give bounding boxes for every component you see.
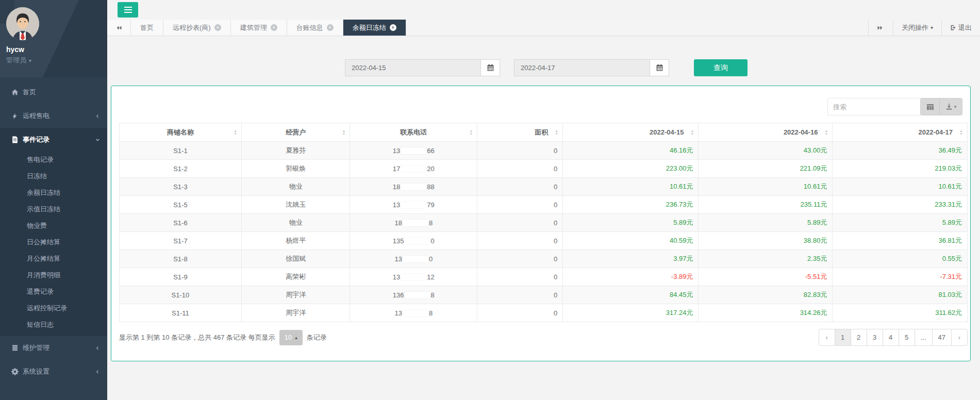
columns-toggle-button[interactable] — [921, 98, 939, 115]
page-prev-button[interactable]: ‹ — [819, 329, 835, 346]
cell-shop: S1-9 — [120, 268, 242, 286]
sidebar-item-system-settings[interactable]: 系统设置‹ — [0, 360, 107, 384]
tab-close-icon[interactable]: × — [390, 24, 396, 31]
cell-shop: S1-1 — [120, 142, 242, 160]
column-header-4[interactable]: 2022-04-15▲▼ — [563, 123, 699, 142]
sidebar-item-remote-sale[interactable]: 远程售电‹ — [0, 104, 107, 128]
start-date-input[interactable] — [345, 59, 480, 76]
cell-shop: S1-3 — [120, 178, 242, 196]
tabs-scroll-right-button[interactable] — [868, 20, 893, 36]
cell-operator: 徐国斌 — [241, 250, 350, 268]
sidebar-subitem-9[interactable]: 远程控制记录 — [0, 300, 107, 316]
cell-shop: S1-10 — [120, 286, 242, 304]
sort-icon[interactable]: ▲▼ — [691, 129, 694, 136]
sidebar-subitem-3[interactable]: 示值日冻结 — [0, 201, 107, 218]
logout-button[interactable]: 退出 — [941, 20, 980, 36]
export-download-icon — [945, 103, 953, 110]
sidebar-subitem-4[interactable]: 物业费 — [0, 218, 107, 234]
cell-value: -7.31元 — [833, 268, 968, 286]
sidebar-subitem-5[interactable]: 日公摊结算 — [0, 234, 107, 251]
cell-shop: S1-6 — [120, 214, 242, 232]
sidebar-subitem-8[interactable]: 退费记录 — [0, 284, 107, 300]
cell-operator: 沈姚玉 — [241, 196, 350, 214]
column-header-0[interactable]: 商铺名称▲▼ — [120, 123, 242, 142]
page-1-button[interactable]: 1 — [835, 329, 851, 346]
sidebar-item-event-records[interactable]: 事件记录‹ — [0, 128, 107, 152]
page-2-button[interactable]: 2 — [851, 329, 867, 346]
tab-1[interactable]: 远程抄表(商)× — [163, 20, 231, 36]
close-operations-dropdown[interactable]: 关闭操作▾ — [893, 20, 941, 36]
sort-icon[interactable]: ▲▼ — [555, 129, 558, 136]
logout-label: 退出 — [958, 23, 972, 32]
user-role-dropdown[interactable]: 管理员▾ — [6, 56, 107, 65]
calendar-icon[interactable] — [480, 59, 500, 76]
hamburger-icon — [124, 9, 132, 10]
per-page-selector[interactable]: 10▴ — [279, 330, 303, 345]
tab-3[interactable]: 台账信息× — [287, 20, 343, 36]
sidebar-subitem-1[interactable]: 日冻结 — [0, 168, 107, 185]
table-row: S1-2郭银焕17200223.00元221.09元219.03元 — [120, 160, 968, 178]
sidebar-subitem-0[interactable]: 售电记录 — [0, 152, 107, 168]
calendar-icon[interactable] — [650, 59, 669, 76]
export-button[interactable]: ▾ — [939, 98, 962, 115]
tab-close-icon[interactable]: × — [271, 24, 277, 31]
sidebar-subitem-10[interactable]: 短信日志 — [0, 316, 107, 333]
page-next-button[interactable]: › — [951, 329, 968, 346]
end-date-input[interactable] — [514, 59, 650, 76]
file-icon — [11, 136, 23, 143]
cell-area: 0 — [477, 250, 563, 268]
page-5-button[interactable]: 5 — [899, 329, 915, 346]
hamburger-menu-button[interactable] — [118, 2, 138, 18]
redacted-phone — [401, 202, 426, 208]
tab-2[interactable]: 建筑管理× — [231, 20, 287, 36]
column-header-1[interactable]: 经营户▲▼ — [241, 123, 350, 142]
cell-operator: 夏雅芬 — [241, 142, 350, 160]
avatar[interactable] — [6, 7, 39, 40]
cell-phone: 1312 — [350, 268, 477, 286]
tab-4[interactable]: 余额日冻结× — [343, 20, 406, 36]
tab-close-icon[interactable]: × — [214, 24, 221, 31]
column-label: 联系电话 — [400, 128, 427, 136]
page-4-button[interactable]: 4 — [883, 329, 899, 346]
cell-value: 233.31元 — [833, 196, 968, 214]
sidebar-item-label: 维护管理 — [23, 343, 96, 353]
cell-value: 40.59元 — [563, 232, 699, 250]
records-table: 商铺名称▲▼经营户▲▼联系电话▲▼面积▲▼2022-04-15▲▼2022-04… — [119, 123, 968, 322]
caret-up-icon: ▴ — [295, 335, 297, 340]
column-header-6[interactable]: 2022-04-17▲▼ — [833, 123, 968, 142]
page-3-button[interactable]: 3 — [867, 329, 883, 346]
records-info-suffix: 条记录 — [307, 333, 327, 342]
sort-icon[interactable]: ▲▼ — [959, 129, 963, 136]
tab-label: 建筑管理 — [240, 23, 267, 32]
cell-value: 38.80元 — [699, 232, 833, 250]
tab-bar-right-controls: 关闭操作▾ 退出 — [868, 20, 980, 36]
sidebar-subitem-7[interactable]: 月消费明细 — [0, 267, 107, 284]
tab-bar: 首页远程抄表(商)×建筑管理×台账信息×余额日冻结× 关闭操作▾ 退出 — [107, 20, 980, 36]
search-input[interactable] — [827, 98, 923, 115]
sort-icon[interactable]: ▲▼ — [824, 129, 828, 136]
sidebar-item-maintenance[interactable]: 维护管理‹ — [0, 336, 107, 360]
query-button[interactable]: 查询 — [694, 59, 748, 76]
cell-value: 2.35元 — [699, 250, 833, 268]
column-header-3[interactable]: 面积▲▼ — [477, 123, 563, 142]
table-row: S1-10周宇洋1368084.45元82.83元81.03元 — [120, 286, 968, 304]
sidebar-subitem-2[interactable]: 余额日冻结 — [0, 185, 107, 201]
sidebar-item-home[interactable]: 首页 — [0, 80, 107, 104]
column-header-2[interactable]: 联系电话▲▼ — [350, 123, 477, 142]
sort-icon[interactable]: ▲▼ — [234, 129, 237, 136]
sort-icon[interactable]: ▲▼ — [469, 129, 473, 136]
tabs-scroll-left-button[interactable] — [107, 20, 131, 36]
sidebar-subitem-6[interactable]: 月公摊结算 — [0, 251, 107, 267]
page-ellipsis[interactable]: ... — [915, 329, 933, 346]
column-header-5[interactable]: 2022-04-16▲▼ — [699, 123, 833, 142]
nav-section-event-records: 事件记录‹售电记录日冻结余额日冻结示值日冻结物业费日公摊结算月公摊结算月消费明细… — [0, 128, 107, 336]
page-47-button[interactable]: 47 — [932, 329, 952, 346]
cell-phone: 188 — [350, 214, 477, 232]
cell-phone: 1888 — [350, 178, 477, 196]
sort-icon[interactable]: ▲▼ — [342, 129, 345, 136]
cell-operator: 杨煜平 — [241, 232, 350, 250]
tab-close-icon[interactable]: × — [327, 24, 334, 31]
chevron-down-icon: ‹ — [93, 138, 101, 141]
username: hycw — [6, 45, 107, 54]
tab-0[interactable]: 首页 — [131, 20, 163, 36]
